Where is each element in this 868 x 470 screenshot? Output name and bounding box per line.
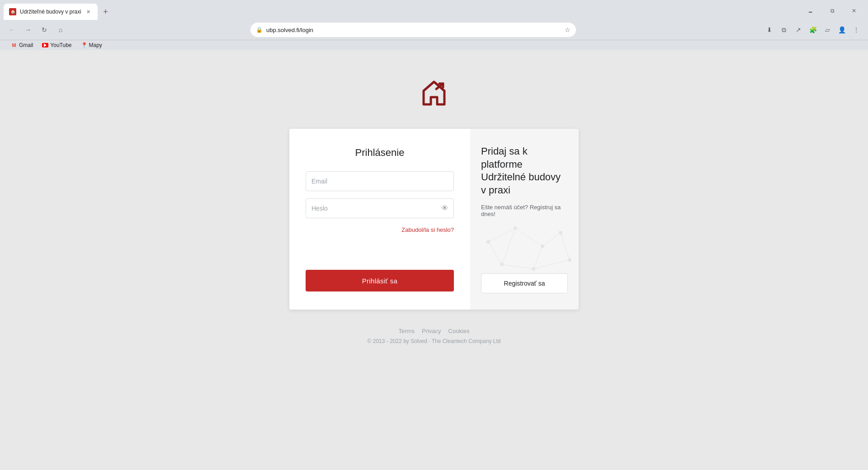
bookmark-mapy[interactable]: 📍 Mapy	[77, 41, 106, 49]
bookmark-mapy-label: Mapy	[89, 42, 102, 48]
browser-chrome: 🏠 Udržiteľné budovy v praxi ✕ + 🗕 ⧉ ✕ ← …	[0, 0, 868, 50]
login-title: Prihlásenie	[306, 147, 454, 159]
spacer	[306, 234, 454, 270]
footer-links: Terms Privacy Cookies	[368, 328, 501, 334]
login-panel: Prihlásenie 👁 Zabudol/la si heslo? Prihl…	[289, 129, 470, 310]
tab-close-button[interactable]: ✕	[85, 8, 92, 15]
address-right-icons: ☆	[565, 26, 571, 33]
share-icon[interactable]: ↗	[792, 24, 805, 36]
bookmark-gmail[interactable]: M Gmail	[7, 41, 37, 49]
bookmark-youtube-label: YouTube	[50, 42, 71, 48]
page-content: Prihlásenie 👁 Zabudol/la si heslo? Prihl…	[0, 50, 868, 470]
browser-tab[interactable]: 🏠 Udržiteľné budovy v praxi ✕	[4, 4, 98, 20]
bookmark-gmail-label: Gmail	[19, 42, 33, 48]
tab-title: Udržiteľné budovy v praxi	[20, 9, 81, 15]
toolbar-right: ⬇ ⧉ ↗ 🧩 ▱ 👤 ⋮	[763, 24, 863, 36]
close-button[interactable]: ✕	[844, 4, 864, 18]
extensions-icon[interactable]: 🧩	[807, 24, 819, 36]
forgot-password-anchor[interactable]: Zabudol/la si heslo?	[401, 226, 454, 233]
show-password-icon[interactable]: 👁	[441, 204, 448, 212]
copyright: © 2013 - 2022 by Solved · The Cleantech …	[368, 338, 501, 344]
reload-button[interactable]: ↻	[38, 24, 51, 36]
gmail-icon: M	[11, 42, 17, 48]
svg-line-8	[488, 228, 515, 242]
title-bar: 🏠 Udržiteľné budovy v praxi ✕ + 🗕 ⧉ ✕	[0, 0, 868, 20]
svg-line-9	[515, 228, 542, 246]
svg-line-14	[533, 246, 542, 269]
password-input[interactable]	[306, 198, 454, 218]
sidebar-icon[interactable]: ▱	[821, 24, 834, 36]
restore-button[interactable]: ⧉	[822, 4, 843, 18]
maps-icon: 📍	[81, 42, 87, 48]
bookmark-star-icon[interactable]: ☆	[565, 26, 571, 33]
download-icon[interactable]: ⬇	[763, 24, 776, 36]
youtube-icon	[42, 43, 48, 47]
forward-button[interactable]: →	[22, 24, 34, 36]
back-button[interactable]: ←	[5, 24, 18, 36]
profile-icon[interactable]: 👤	[835, 24, 848, 36]
terms-link[interactable]: Terms	[399, 328, 415, 334]
home-button[interactable]: ⌂	[54, 24, 67, 36]
svg-line-15	[561, 233, 570, 260]
svg-line-10	[542, 233, 561, 246]
email-input[interactable]	[306, 171, 454, 191]
svg-line-16	[502, 228, 515, 264]
address-bar[interactable]: 🔒 ubp.solved.fi/login ☆	[250, 23, 576, 37]
bookmarks-bar: M Gmail YouTube 📍 Mapy	[0, 40, 868, 50]
network-decoration	[470, 215, 579, 282]
login-button[interactable]: Prihlásiť sa	[306, 270, 454, 291]
svg-line-12	[502, 264, 533, 269]
forgot-password-link[interactable]: Zabudol/la si heslo?	[306, 226, 454, 234]
password-wrapper: 👁	[306, 198, 454, 218]
window-controls: 🗕 ⧉ ✕	[800, 4, 864, 20]
register-button[interactable]: Registrovať sa	[481, 273, 568, 293]
menu-icon[interactable]: ⋮	[850, 24, 863, 36]
register-title: Pridaj sa k platforme Udržitelné budovy …	[481, 145, 568, 197]
new-tab-button[interactable]: +	[99, 5, 112, 18]
address-bar-row: ← → ↻ ⌂ 🔒 ubp.solved.fi/login ☆ ⬇ ⧉ ↗ 🧩 …	[0, 20, 868, 40]
tab-favicon: 🏠	[9, 8, 16, 15]
svg-line-13	[533, 260, 570, 269]
address-text: ubp.solved.fi/login	[266, 27, 561, 33]
footer: Terms Privacy Cookies © 2013 - 2022 by S…	[368, 328, 501, 344]
lock-icon: 🔒	[256, 27, 263, 33]
app-logo	[418, 77, 450, 109]
logo-container	[418, 77, 450, 111]
minimize-button[interactable]: 🗕	[800, 4, 821, 18]
bookmark-youtube[interactable]: YouTube	[38, 41, 75, 49]
privacy-link[interactable]: Privacy	[422, 328, 441, 334]
cookies-link[interactable]: Cookies	[448, 328, 470, 334]
login-card-wrapper: Prihlásenie 👁 Zabudol/la si heslo? Prihl…	[289, 129, 579, 310]
svg-line-11	[488, 242, 502, 264]
register-panel: Pridaj sa k platforme Udržitelné budovy …	[470, 129, 579, 310]
copy-icon[interactable]: ⧉	[778, 24, 790, 36]
